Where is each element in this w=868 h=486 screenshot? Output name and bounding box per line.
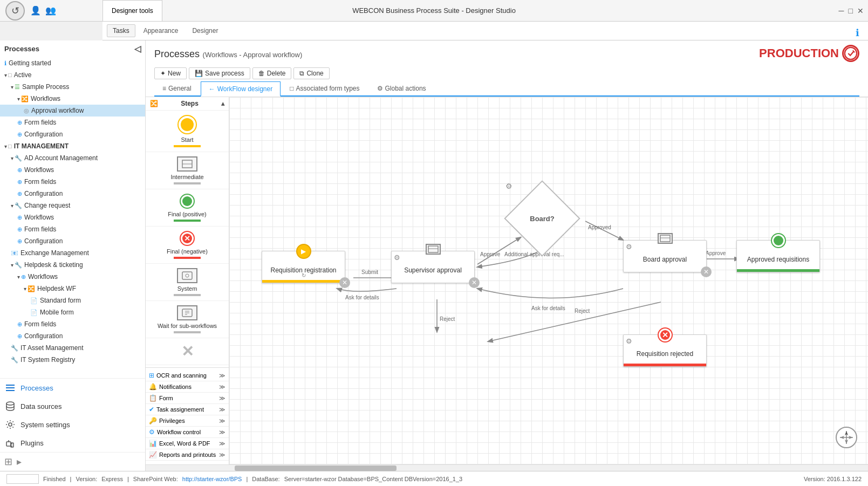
- tab-associated-form-types[interactable]: □ Associated form types: [282, 81, 367, 95]
- tree-item-sample-process[interactable]: ▾ ☰ Sample Process: [0, 81, 145, 93]
- tree-item-form-fields-2[interactable]: ⊕ Form fields: [0, 176, 145, 188]
- supervisor-gear-icon[interactable]: ⚙: [394, 254, 400, 262]
- tree-item-workflows-3[interactable]: ⊕ Workflows: [0, 211, 145, 223]
- node-approved-requisitions[interactable]: Approved requisitions: [736, 240, 820, 272]
- nav-processes[interactable]: Processes: [0, 379, 145, 397]
- wf-control-icon: ⚙: [149, 428, 155, 436]
- tree-item-exchange[interactable]: 📧 Exchange Management: [0, 247, 145, 259]
- tree-item-getting-started[interactable]: ℹ Getting started: [0, 57, 145, 69]
- tree-item-change-request[interactable]: ▾ 🔧 Change request: [0, 200, 145, 211]
- tree-item-ad-account[interactable]: ▾ 🔧 AD Account Management: [0, 152, 145, 164]
- rotate-icon[interactable]: ↻: [302, 272, 306, 278]
- step-intermediate[interactable]: Intermediate: [146, 152, 229, 189]
- tree-item-configuration-4[interactable]: ⊕ Configuration: [0, 330, 145, 342]
- maximize-btn[interactable]: □: [849, 6, 853, 15]
- workflow-area: 🔀 Steps ▴ Start: [146, 97, 868, 464]
- clone-button[interactable]: ⧉ Clone: [293, 67, 329, 79]
- statusbar: Finished | Version: Express | SharePoint…: [0, 471, 868, 486]
- nav-data-sources[interactable]: Data sources: [0, 397, 145, 415]
- ribbon: Tasks Appearance Designer: [102, 22, 868, 40]
- section-workflow-control[interactable]: ⚙ Workflow control ≫: [146, 427, 229, 438]
- step-start[interactable]: Start: [146, 111, 229, 152]
- tab-general[interactable]: ≡ General: [154, 81, 200, 95]
- svg-point-11: [186, 274, 189, 277]
- tree-item-it-asset[interactable]: 🔧 IT Asset Management: [0, 342, 145, 354]
- tree-item-form-fields-1[interactable]: ⊕ Form fields: [0, 117, 145, 128]
- tree-item-workflows-2[interactable]: ⊕ Workflows: [0, 164, 145, 176]
- minimize-btn[interactable]: ─: [839, 6, 844, 15]
- board-gear-icon[interactable]: ⚙: [505, 182, 512, 190]
- tree-item-form-fields-3[interactable]: ⊕ Form fields: [0, 223, 145, 235]
- close-btn[interactable]: ✕: [857, 6, 864, 15]
- tree-item-mobile-form[interactable]: 📄 Mobile form: [0, 306, 145, 318]
- canvas-scrollbar[interactable]: [146, 464, 868, 471]
- wf-expand-icon: ≫: [219, 429, 225, 436]
- tree-item-helpdesk[interactable]: ▾ 🔧 Helpdesk & ticketing: [0, 259, 145, 271]
- node-requisition-rejected[interactable]: ✕ Requisition rejected ⚙: [623, 334, 707, 367]
- section-privileges[interactable]: 🔑 Privileges ≫: [146, 415, 229, 427]
- node-delete-btn[interactable]: ✕: [339, 277, 350, 288]
- board-gear-icon-2[interactable]: ⚙: [626, 243, 632, 251]
- section-reports[interactable]: 📈 Reports and printouts ≫: [146, 449, 229, 461]
- node-requisition-registration[interactable]: ▶ Requisition registration ✕ ↻: [262, 251, 345, 283]
- approved-icon: [771, 233, 786, 248]
- supervisor-delete-btn[interactable]: ✕: [469, 277, 480, 288]
- section-ocr[interactable]: ⊞ OCR and scanning ≫: [146, 370, 229, 381]
- ribbon-tab-appearance[interactable]: Appearance: [138, 24, 184, 37]
- step-wait[interactable]: Wait for sub-workflows: [146, 301, 229, 338]
- group-icon[interactable]: 👥: [45, 5, 56, 16]
- tree-item-workflows-1[interactable]: ▾ 🔀 Workflows: [0, 93, 145, 105]
- tree-item-it-system[interactable]: 🔧 IT System Registry: [0, 354, 145, 366]
- tree-item-workflows-4[interactable]: ▾ ⊕ Workflows: [0, 271, 145, 283]
- save-button[interactable]: 💾 Save process: [189, 67, 250, 79]
- svg-text:Ask for details: Ask for details: [531, 305, 565, 311]
- section-notifications[interactable]: 🔔 Notifications ≫: [146, 381, 229, 393]
- tree-item-helpdesk-wf[interactable]: ▾ 🔀 Helpdesk WF: [0, 283, 145, 295]
- nav-system-settings[interactable]: System settings: [0, 415, 145, 434]
- board-delete-btn[interactable]: ✕: [701, 266, 712, 277]
- ribbon-tab-designer[interactable]: Designer: [186, 24, 224, 37]
- info-icon[interactable]: ℹ: [856, 27, 859, 39]
- status-separator: |: [70, 476, 72, 482]
- workflow-canvas[interactable]: Submit Approve Approved Additional appro…: [229, 97, 868, 464]
- tree-item-approval-workflow[interactable]: ◎ Approval workflow: [0, 105, 145, 117]
- svg-text:Reject: Reject: [440, 316, 455, 322]
- clone-icon: ⧉: [299, 70, 304, 77]
- step-final-negative[interactable]: ✕ Final (negative): [146, 227, 229, 264]
- node-board-decision[interactable]: Board? ⚙: [515, 191, 569, 245]
- section-excel-word-pdf[interactable]: 📊 Excel, Word & PDF ≫: [146, 438, 229, 449]
- tree-item-configuration-3[interactable]: ⊕ Configuration: [0, 235, 145, 247]
- chevron-right-icon[interactable]: ▸: [17, 456, 22, 468]
- sidebar-collapse-btn[interactable]: ◁: [134, 44, 141, 54]
- section-form[interactable]: 📋 Form ≫: [146, 393, 229, 404]
- designer-tools-tab[interactable]: Designer tools: [102, 0, 162, 21]
- step-system[interactable]: System: [146, 264, 229, 301]
- tree-item-standard-form[interactable]: 📄 Standard form: [0, 295, 145, 306]
- grid-icon[interactable]: ⊞: [4, 456, 12, 468]
- new-button[interactable]: ✦ New: [154, 67, 187, 79]
- step-x[interactable]: ✕: [146, 338, 229, 365]
- tree-item-it-management[interactable]: ▾ □ IT MANAGEMENT: [0, 140, 145, 152]
- nav-plugins[interactable]: Plugins: [0, 434, 145, 452]
- tab-global-actions[interactable]: ⚙ Global actions: [369, 81, 434, 95]
- delete-button[interactable]: 🗑 Delete: [252, 67, 292, 79]
- step-final-positive[interactable]: Final (positive): [146, 189, 229, 227]
- priv-expand-icon: ≫: [219, 417, 225, 425]
- scroll-thumb[interactable]: [235, 466, 397, 471]
- compass-icon[interactable]: [836, 427, 857, 448]
- tab-workflow-designer[interactable]: ← WorkFlow designer: [201, 81, 281, 97]
- user-icon[interactable]: 👤: [30, 5, 41, 16]
- tree-item-form-fields-4[interactable]: ⊕ Form fields: [0, 318, 145, 330]
- rejected-gear-icon[interactable]: ⚙: [626, 337, 632, 345]
- tree-item-configuration-2[interactable]: ⊕ Configuration: [0, 188, 145, 200]
- ribbon-tab-tasks[interactable]: Tasks: [107, 24, 135, 37]
- tree-item-configuration-1[interactable]: ⊕ Configuration: [0, 128, 145, 140]
- status-search-input[interactable]: [6, 474, 39, 484]
- intermediate-shape: [177, 156, 197, 172]
- node-supervisor-approval[interactable]: Supervisor approval ✕ ⚙: [391, 251, 475, 283]
- general-tab-icon: ≡: [162, 85, 166, 92]
- tree-item-active[interactable]: ▾ □ Active: [0, 69, 145, 81]
- section-task-assignment[interactable]: ✔ Task assignement ≫: [146, 404, 229, 415]
- steps-collapse-btn[interactable]: ▴: [221, 100, 224, 107]
- node-board-approval[interactable]: Board approval ✕ ⚙: [623, 240, 707, 272]
